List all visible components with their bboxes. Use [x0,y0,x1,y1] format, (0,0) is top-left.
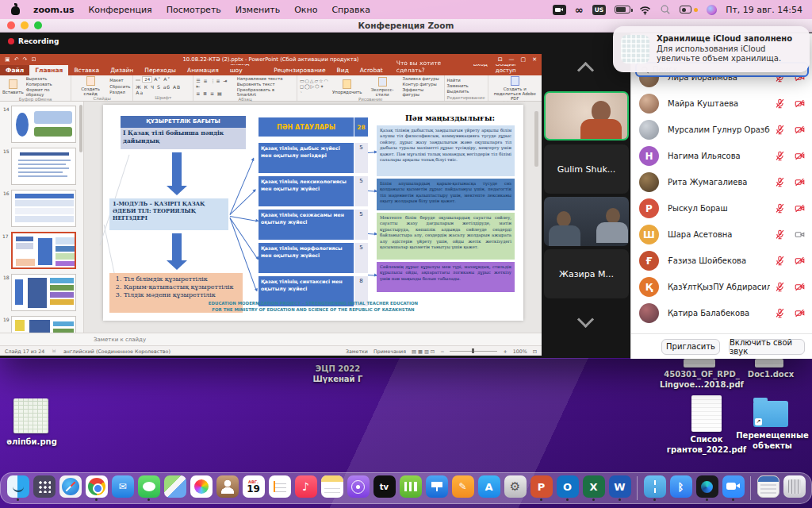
camera-on-icon[interactable] [795,229,805,240]
paste-button[interactable]: Вставить [2,79,24,94]
camera-off-icon[interactable] [795,125,805,135]
invite-button[interactable]: Пригласить [661,339,720,355]
font-size-box[interactable]: 24 [142,76,152,83]
fit-slide-button[interactable]: ⊡ [533,348,537,354]
smartart-button[interactable]: Преобразовать в SmartArt [237,87,294,97]
adobe-pdf-button[interactable]: Создать и поделиться Adobe PDF [491,76,539,101]
dock-archive-utility-icon[interactable] [644,475,666,498]
dock-finder-icon[interactable] [7,475,29,498]
desktop-folder-ecp-label[interactable]: ЭЦП 2022Шүкенай Г [300,364,376,384]
view-buttons[interactable]: ▤ ▦ ▥ ⊡ [412,348,435,354]
arrange-button[interactable]: Упорядочить [332,79,362,94]
tab-file[interactable]: Файл [0,65,29,75]
dock-launchpad-icon[interactable] [33,475,56,498]
mic-muted-icon[interactable] [775,229,785,240]
participant-row[interactable]: Н Нагима Ильясова [631,143,812,169]
shapes-gallery[interactable]: ▭○△▱☆◠◻◯▷⬡✦﹅ [300,79,330,94]
control-center-icon[interactable] [680,6,691,13]
unmute-button[interactable]: Включить свой звук [729,339,805,355]
layout-button[interactable]: Макет [109,78,130,83]
align-buttons[interactable]: ≡ ≣ ≡ ▤ [196,90,235,96]
dock-music-icon[interactable]: ♪ [295,475,317,498]
desktop-file-grants-icon[interactable] [691,395,722,432]
participants-list[interactable]: Лира Ибраимова Майра Куштаева Мурсалим Г… [631,68,812,333]
dock-zoom-icon[interactable] [722,475,745,498]
dock-minimized-window-icon[interactable] [757,475,779,498]
dock-numbers-icon[interactable] [400,475,422,498]
dock-podcasts-icon[interactable] [347,475,370,498]
quick-styles-button[interactable]: Экспресс-стили [365,77,400,97]
scroll-videos-up-button[interactable] [576,60,594,77]
section-button[interactable]: Раздел [109,90,130,94]
desktop-file-doc1-icon[interactable] [755,359,783,368]
dock-powerpoint-icon[interactable]: P [530,475,553,498]
dock-camera-app-icon[interactable] [696,475,718,498]
dock-tv-icon[interactable]: tv [373,475,396,498]
mic-muted-icon[interactable] [775,308,785,318]
participant-row[interactable]: Рита Жумагалиева [631,169,812,195]
font-name-box[interactable] [136,79,140,81]
desktop-folder-moved-label[interactable]: Перемещенные объекты [733,431,812,451]
dock-calendar-icon[interactable]: АВГ.19 [243,475,265,498]
slide-thumb-15[interactable]: 15 [11,148,76,185]
dock-outlook-icon[interactable]: O [557,475,579,498]
desktop-file-pdf450-icon[interactable] [684,359,715,368]
spotlight-icon[interactable] [660,4,671,15]
notes-pane[interactable]: Заметки к слайду [0,333,542,345]
participant-row[interactable]: Майра Куштаева [631,90,812,117]
zoom-level[interactable]: 100% [513,348,527,354]
dock-messages-icon[interactable] [138,475,160,498]
comments-toggle[interactable]: Примечания [373,348,406,354]
participant-tile-gulim[interactable]: Gulim Shuk... [544,144,629,194]
zoom-status-icon[interactable] [553,5,566,15]
mic-muted-icon[interactable] [775,203,785,214]
dock-contacts-icon[interactable] [216,475,239,498]
camera-off-icon[interactable] [795,282,805,292]
dock-chrome-icon[interactable] [86,475,108,498]
participant-row[interactable]: Қ ҚазҰлтҚызПУ Абдирасило... [631,274,812,300]
tab-home[interactable]: Главная [29,65,68,75]
dock-excel-icon[interactable]: X [583,475,605,498]
select-button[interactable]: Выделить [447,89,469,94]
desktop-file-pdf450-label[interactable]: 450301_OF_RPD_ Lingvoe...2018.pdf [658,370,745,390]
slide-thumb-18[interactable]: 18 [11,274,76,311]
new-slide-button[interactable]: Создать слайд [74,76,107,96]
participant-row[interactable]: Ш Шара Асетовна [631,221,812,248]
mic-muted-icon[interactable] [775,125,785,135]
shape-effects-button[interactable]: Эффекты фигуры [403,87,442,97]
tab-transitions[interactable]: Переходы [139,65,182,75]
dock-notes-icon[interactable] [321,475,343,498]
mic-muted-icon[interactable] [775,177,785,187]
shape-fill-button[interactable]: Заливка фигуры [403,76,442,81]
slide-thumb-17-selected[interactable]: 17 [11,232,76,269]
keyboard-layout-indicator[interactable]: US [592,5,607,15]
battery-icon[interactable] [615,6,630,13]
copy-button[interactable]: Копировать [26,82,68,87]
participant-row[interactable]: Қатира Балабекова [631,300,812,326]
dock-safari-icon[interactable] [59,475,82,498]
dock-photos-icon[interactable] [190,475,213,498]
slide-scrollbar[interactable] [534,111,538,167]
desktop-file-doc1-label[interactable]: Doc1.docx [736,370,806,380]
list-buttons[interactable]: ☰ ≡ ⋮≡ ⇥ ⇤ [196,78,235,89]
camera-off-icon[interactable] [795,98,805,109]
participant-video[interactable] [544,197,629,246]
desktop-folder-moved-icon[interactable]: ↗ [753,401,788,427]
tab-view[interactable]: Вид [331,65,354,75]
camera-off-icon[interactable] [795,203,805,214]
tab-insert[interactable]: Вставка [68,65,105,75]
icloud-notification[interactable]: Хранилище iCloud заполнено Для использов… [613,26,810,72]
participant-row[interactable]: Р Рыскул Бораш [631,195,812,221]
scroll-videos-down-button[interactable] [576,309,594,326]
camera-off-icon[interactable] [795,256,805,266]
dock-word-icon[interactable]: W [609,475,631,498]
format-painter-button[interactable]: Формат по образцу [26,87,68,97]
participant-tile-zhazira[interactable]: Жазира М... [544,249,629,298]
dock-bluetooth-icon[interactable]: ᛒ [670,475,692,498]
camera-off-icon[interactable] [795,177,805,187]
tab-acrobat[interactable]: Acrobat [354,65,389,75]
menu-edit[interactable]: Изменить [236,5,280,15]
tab-animations[interactable]: Анимация [182,65,224,75]
dock-reminders-icon[interactable] [269,475,291,498]
menu-view[interactable]: Посмотреть [167,5,221,15]
